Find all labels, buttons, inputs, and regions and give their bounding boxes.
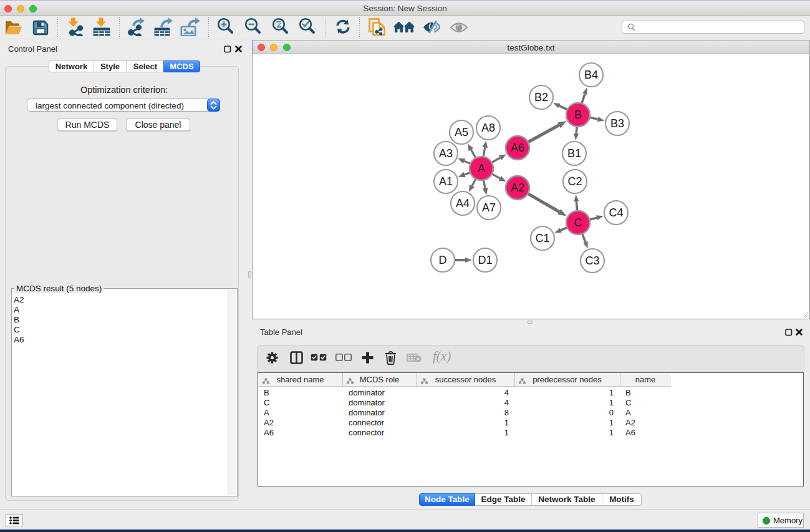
svg-text:C4: C4 [609,206,623,219]
svg-text:B1: B1 [567,147,581,160]
svg-text:B2: B2 [534,91,548,104]
svg-text:C1: C1 [535,232,549,244]
svg-text:A2: A2 [511,181,524,194]
svg-text:A5: A5 [455,126,468,138]
svg-text:C2: C2 [567,175,582,188]
svg-text:D1: D1 [478,254,492,266]
svg-text:A3: A3 [439,147,453,160]
svg-text:D: D [439,254,447,266]
svg-text:A7: A7 [482,201,496,214]
svg-text:A1: A1 [439,175,453,188]
svg-text:A6: A6 [511,142,524,154]
svg-text:C: C [574,216,582,229]
svg-text:A4: A4 [456,197,470,210]
svg-text:B3: B3 [610,117,624,130]
svg-text:A8: A8 [481,122,495,134]
svg-text:B4: B4 [584,69,598,81]
svg-text:A: A [478,162,485,175]
svg-text:B: B [574,109,582,121]
svg-text:C3: C3 [585,254,599,267]
